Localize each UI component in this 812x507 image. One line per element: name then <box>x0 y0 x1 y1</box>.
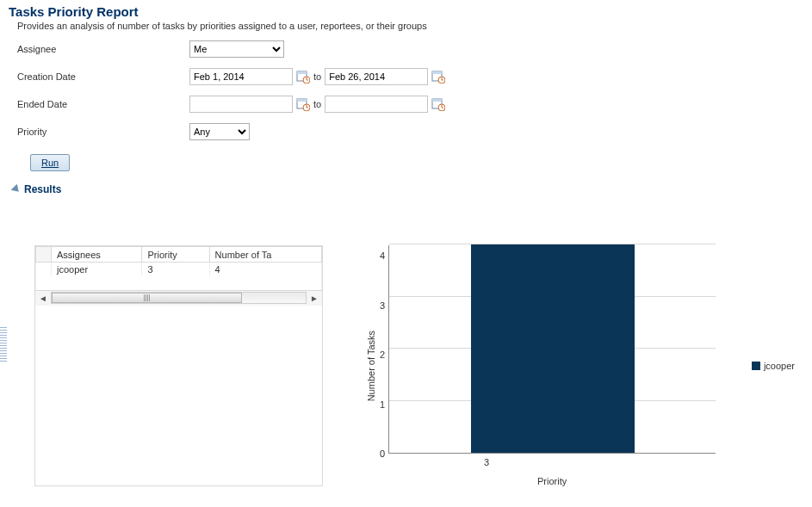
creation-date-to-input[interactable] <box>325 68 428 85</box>
priority-select[interactable]: Any <box>189 123 250 140</box>
ended-date-to-input[interactable] <box>325 96 428 113</box>
scroll-right-arrow-icon[interactable]: ► <box>307 291 322 305</box>
svg-rect-1 <box>297 71 307 74</box>
page-title: Tasks Priority Report <box>9 4 803 19</box>
table-corner <box>36 247 52 263</box>
results-table: Assignees Priority Number of Ta jcooper … <box>35 246 322 290</box>
legend-swatch <box>752 362 760 370</box>
col-assignees[interactable]: Assignees <box>52 247 142 263</box>
ended-date-label: Ended Date <box>17 99 189 109</box>
chart-pane: Number of Tasks 4 3 2 1 0 3 Priority jco… <box>323 245 795 486</box>
chart-legend: jcooper <box>752 361 795 371</box>
scroll-thumb[interactable] <box>52 293 242 303</box>
svg-rect-4 <box>432 71 442 74</box>
col-priority[interactable]: Priority <box>142 247 209 263</box>
cell-priority: 3 <box>142 263 209 276</box>
results-table-pane: Assignees Priority Number of Ta jcooper … <box>34 245 323 486</box>
svg-rect-7 <box>297 99 307 102</box>
scroll-track[interactable] <box>51 292 307 304</box>
col-count[interactable]: Number of Ta <box>209 247 321 263</box>
assignee-label: Assignee <box>17 44 189 54</box>
calendar-icon[interactable] <box>431 70 445 83</box>
table-row[interactable]: jcooper 3 4 <box>36 263 322 276</box>
calendar-icon[interactable] <box>296 97 310 111</box>
report-form: Assignee Me Creation Date to Ended Date … <box>17 40 803 141</box>
horizontal-scrollbar[interactable]: ◄ ► <box>35 290 322 306</box>
assignee-select[interactable]: Me <box>189 40 284 58</box>
chart-plot-area <box>388 245 716 454</box>
chart-xlabel: Priority <box>388 476 716 486</box>
left-splitter-handle[interactable] <box>0 327 7 362</box>
page-subtitle: Provides an analysis of number of tasks … <box>17 21 803 31</box>
calendar-icon[interactable] <box>296 70 310 83</box>
creation-date-label: Creation Date <box>17 71 189 82</box>
calendar-icon[interactable] <box>431 97 445 111</box>
scroll-left-arrow-icon[interactable]: ◄ <box>35 291 51 305</box>
results-header[interactable]: Results <box>12 183 803 195</box>
chart-bar <box>471 244 635 453</box>
results-label: Results <box>24 183 61 195</box>
legend-label: jcooper <box>764 361 795 371</box>
creation-date-from-input[interactable] <box>189 68 293 85</box>
cell-assignee: jcooper <box>52 263 142 276</box>
svg-rect-10 <box>432 99 442 102</box>
to-label: to <box>313 99 321 109</box>
chart-yticks: 4 3 2 1 0 <box>380 245 385 454</box>
priority-label: Priority <box>17 127 189 137</box>
to-label: to <box>313 71 321 82</box>
ended-date-from-input[interactable] <box>189 96 293 113</box>
cell-count: 4 <box>209 263 321 276</box>
run-button[interactable]: Run <box>30 154 70 171</box>
disclosure-triangle-icon <box>11 184 22 195</box>
chart-ylabel: Number of Tasks <box>366 331 376 401</box>
